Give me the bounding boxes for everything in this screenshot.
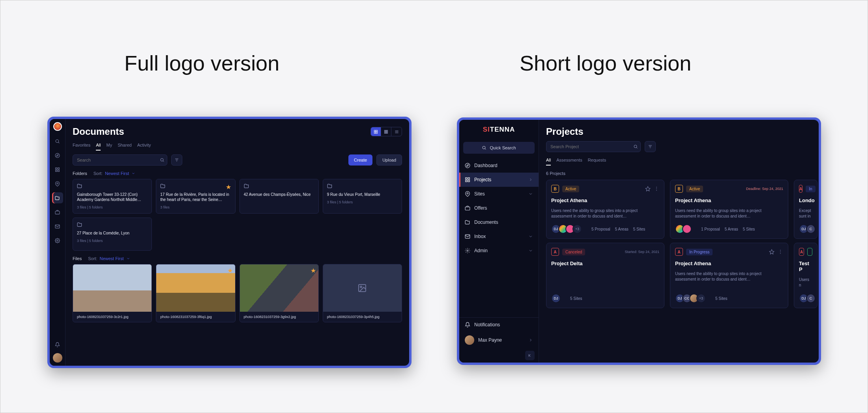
tab-requests[interactable]: Requests	[588, 158, 606, 166]
tab-all[interactable]: All	[546, 158, 551, 166]
tab-bar: Favorites All My Shared Activity	[73, 143, 402, 151]
user-name: Max Payne	[478, 337, 502, 343]
briefcase-icon[interactable]	[52, 206, 63, 218]
avatar	[682, 224, 692, 234]
stat-proposal: 5 Proposal	[591, 227, 610, 231]
file-card[interactable]: photo-1608231037259-3c2r1.jpg	[73, 264, 152, 322]
sort-value: Newest First	[105, 171, 129, 176]
svg-point-50	[656, 188, 657, 189]
chevron-down-icon	[528, 248, 533, 253]
sidebar-item-inbox[interactable]: Inbox	[459, 229, 539, 244]
tab-shared[interactable]: Shared	[118, 143, 131, 151]
file-card[interactable]: photo-1608231037259-3p4h5.jpg	[323, 264, 402, 322]
sidebar-item-label: Sites	[474, 191, 485, 197]
project-desc: Users need the ability to group sites in…	[675, 271, 783, 282]
avatar-stack: DJ C	[799, 294, 816, 303]
search-input[interactable]	[77, 158, 160, 162]
filter-button[interactable]	[645, 141, 656, 152]
folder-card[interactable]: 9 Rue du Vieux Port, Marseille 3 files |…	[323, 179, 402, 214]
project-card[interactable]: A In Londo Except sunt in DJ C	[794, 180, 817, 239]
star-icon[interactable]	[645, 186, 651, 192]
status-badge: In	[806, 186, 815, 192]
svg-point-1	[55, 153, 60, 158]
sidebar-item-notifications[interactable]: Notifications	[459, 318, 539, 332]
view-list-icon[interactable]	[391, 127, 402, 136]
svg-point-33	[483, 146, 485, 149]
view-large-grid-icon[interactable]	[371, 127, 381, 136]
search-icon[interactable]	[52, 136, 63, 147]
svg-rect-14	[376, 132, 378, 133]
folders-sort[interactable]: Sort: Newest First	[94, 171, 135, 176]
folder-meta: 3 files | 5 folders	[77, 239, 148, 243]
svg-point-55	[780, 253, 781, 254]
sidebar-item-admin[interactable]: Admin	[459, 244, 539, 258]
create-button[interactable]: Create	[348, 154, 372, 166]
search-input[interactable]	[550, 144, 633, 149]
svg-rect-36	[466, 178, 467, 179]
filter-button[interactable]	[171, 154, 182, 166]
svg-point-7	[57, 182, 58, 184]
collapse-sidebar-button[interactable]	[525, 351, 535, 360]
sidebar-item-projects[interactable]: Projects	[459, 173, 539, 187]
folder-title: Gainsborough Tower 33-122 (Con) Academy …	[77, 192, 148, 202]
folder-card[interactable]: Gainsborough Tower 33-122 (Con) Academy …	[73, 179, 152, 214]
avatar	[465, 335, 474, 345]
project-card[interactable]: A Canceled Started: Sep 24, 2021 Project…	[546, 243, 664, 308]
svg-rect-23	[387, 132, 388, 133]
files-sort[interactable]: Sort: Newest First	[88, 256, 130, 261]
project-card[interactable]: A In Progress Project Athena Users need	[670, 243, 788, 308]
compass-icon[interactable]	[52, 150, 63, 161]
status-badge: Active	[686, 186, 703, 192]
avatar[interactable]	[53, 353, 62, 363]
folder-icon[interactable]	[52, 192, 63, 203]
svg-rect-18	[384, 131, 385, 132]
sidebar-item-dashboard[interactable]: Dashboard	[459, 158, 539, 173]
folder-card[interactable]: ★ 17 Rue de la Rivière, Paris is located…	[156, 179, 235, 214]
search-icon	[633, 144, 638, 149]
chevron-down-icon	[131, 171, 135, 175]
sidebar-item-offers[interactable]: Offers	[459, 201, 539, 215]
file-card[interactable]: ★ photo-1608231037259-3g9x2.jpg	[239, 264, 319, 322]
tab-assessments[interactable]: Assessments	[556, 158, 582, 166]
upload-button[interactable]: Upload	[376, 154, 402, 166]
svg-rect-20	[387, 131, 388, 132]
project-card[interactable]: B Active Project Athena Users need the a	[546, 180, 664, 239]
sidebar-item-label: Dashboard	[474, 163, 498, 168]
folders-label: Folders	[73, 171, 87, 176]
tab-my[interactable]: My	[106, 143, 112, 151]
pin-icon[interactable]	[52, 178, 63, 189]
mail-icon[interactable]	[52, 221, 63, 232]
page-title: Documents	[73, 126, 124, 137]
svg-point-44	[634, 145, 637, 148]
project-desc: Users need the ability to group sites in…	[675, 208, 783, 219]
svg-rect-19	[386, 131, 387, 132]
more-icon[interactable]	[778, 249, 783, 255]
tab-favorites[interactable]: Favorites	[73, 143, 90, 151]
project-card[interactable]: A Test P Users n assess DJ C	[794, 243, 817, 308]
project-type-icon: B	[675, 185, 683, 193]
tab-all[interactable]: All	[96, 143, 101, 151]
star-icon[interactable]	[769, 249, 774, 255]
chevron-down-icon	[528, 234, 533, 239]
user-row[interactable]: Max Payne	[459, 332, 539, 348]
folder-card[interactable]: 27 Place de la Comédie, Lyon 3 files | 5…	[73, 218, 152, 251]
avatar-more: +3	[696, 294, 706, 303]
svg-rect-17	[387, 130, 388, 131]
folder-card[interactable]: 42 Avenue des Champs-Élysées, Nice	[239, 179, 319, 214]
sidebar-item-documents[interactable]: Documents	[459, 215, 539, 229]
bell-icon[interactable]	[52, 339, 63, 350]
tab-activity[interactable]: Activity	[137, 143, 151, 151]
grid-icon[interactable]	[52, 164, 63, 175]
file-card[interactable]: ★ photo-1608231037259-3f6q1.jpg	[156, 264, 235, 322]
svg-rect-8	[55, 211, 60, 214]
gear-icon[interactable]	[52, 235, 63, 246]
sidebar-item-sites[interactable]: Sites	[459, 187, 539, 201]
project-title: Project Athena	[675, 260, 783, 266]
avatar: C	[806, 294, 816, 303]
project-card[interactable]: B Active Deadline: Sep 24, 2021 Project …	[670, 180, 788, 239]
view-small-grid-icon[interactable]	[381, 127, 391, 136]
quick-search-button[interactable]: Quick Search	[463, 142, 535, 154]
more-icon[interactable]	[654, 186, 659, 192]
svg-rect-41	[465, 207, 470, 210]
file-name: photo-1608231037259-3g9x2.jpg	[240, 312, 318, 322]
